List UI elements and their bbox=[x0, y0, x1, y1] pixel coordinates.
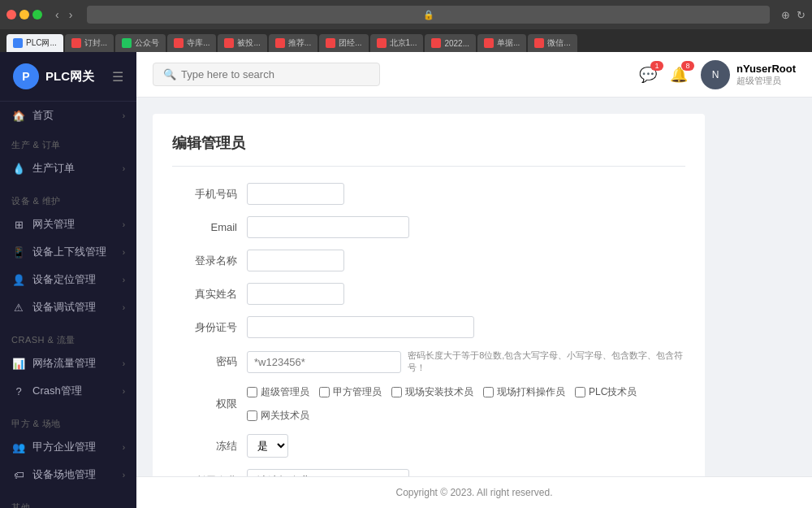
tab-favicon-11 bbox=[534, 38, 544, 48]
tab-11[interactable]: 微信... bbox=[528, 34, 577, 52]
minimize-window-button[interactable] bbox=[19, 10, 29, 20]
tab-7[interactable]: 团经... bbox=[319, 34, 368, 52]
production-icon: 💧 bbox=[11, 161, 26, 176]
login-name-label: 登录名称 bbox=[172, 254, 237, 268]
user-role: 超级管理员 bbox=[736, 75, 796, 87]
perm-installer[interactable]: 现场安装技术员 bbox=[391, 385, 473, 399]
search-input[interactable] bbox=[181, 68, 369, 80]
sidebar-item-device-debug[interactable]: ⚠ 设备调试管理 › bbox=[0, 293, 136, 321]
maximize-window-button[interactable] bbox=[32, 10, 42, 20]
sidebar-item-traffic[interactable]: 📊 网络流量管理 › bbox=[0, 350, 136, 377]
forward-button[interactable]: › bbox=[66, 7, 76, 23]
permissions-label: 权限 bbox=[172, 397, 237, 411]
form-row-login: 登录名称 bbox=[172, 250, 685, 271]
topbar: 🔍 💬 1 🔔 8 N nYuserRoot bbox=[136, 52, 812, 98]
user-details: nYuserRoot 超级管理员 bbox=[736, 63, 796, 87]
notification-button[interactable]: 🔔 8 bbox=[670, 66, 688, 84]
perm-operator[interactable]: 现场打料操作员 bbox=[483, 385, 565, 399]
tab-label-4: 寺库... bbox=[187, 37, 209, 49]
topbar-icons: 💬 1 🔔 8 N nYuserRoot 超级管理员 bbox=[639, 60, 796, 89]
perm-super[interactable]: 超级管理员 bbox=[247, 385, 309, 399]
chevron-device-location: › bbox=[123, 276, 125, 284]
sidebar: P PLC网关 ☰ 🏠 首页 › 生产 & 订单 💧 生产订单 › 设备 & 维… bbox=[0, 52, 136, 508]
section-title-other: 其他 bbox=[0, 498, 136, 508]
tab-4[interactable]: 寺库... bbox=[167, 34, 216, 52]
perm-network-checkbox[interactable] bbox=[247, 410, 257, 421]
perm-network[interactable]: 网关技术员 bbox=[247, 409, 309, 423]
permissions-checkboxes: 超级管理员 甲方管理员 现场安装技术员 现场打料操作员 bbox=[247, 385, 685, 423]
tab-3[interactable]: 公众号 bbox=[115, 34, 166, 52]
sidebar-item-company[interactable]: 👥 甲方企业管理 › bbox=[0, 433, 136, 461]
perm-installer-checkbox[interactable] bbox=[391, 387, 402, 397]
refresh-icon[interactable]: ↻ bbox=[797, 9, 806, 21]
email-input[interactable] bbox=[247, 216, 409, 238]
message-button[interactable]: 💬 1 bbox=[639, 66, 657, 84]
email-label: Email bbox=[172, 221, 237, 233]
sidebar-label-home: 首页 bbox=[32, 108, 54, 123]
section-equipment: 设备 & 维护 ⊞ 网关管理 › 📱 设备上下线管理 › 👤 设备定位管理 › … bbox=[0, 185, 136, 324]
perm-client-checkbox[interactable] bbox=[319, 387, 330, 397]
sidebar-item-production[interactable]: 💧 生产订单 › bbox=[0, 154, 136, 182]
app-container: P PLC网关 ☰ 🏠 首页 › 生产 & 订单 💧 生产订单 › 设备 & 维… bbox=[0, 52, 812, 508]
sidebar-item-venue[interactable]: 🏷 设备场地管理 › bbox=[0, 461, 136, 488]
phone-input[interactable] bbox=[247, 183, 344, 205]
tab-8[interactable]: 北京1... bbox=[370, 34, 424, 52]
tab-favicon-3 bbox=[122, 38, 132, 48]
sidebar-label-company: 甲方企业管理 bbox=[32, 440, 96, 454]
sidebar-item-crash[interactable]: ? Crash管理 › bbox=[0, 377, 136, 405]
chevron-venue: › bbox=[123, 471, 125, 480]
password-input[interactable] bbox=[247, 351, 401, 373]
search-box[interactable]: 🔍 bbox=[153, 63, 380, 86]
hamburger-icon[interactable]: ☰ bbox=[112, 69, 123, 85]
perm-super-checkbox[interactable] bbox=[247, 387, 257, 397]
chevron-home: › bbox=[123, 111, 125, 120]
tab-label-10: 单据... bbox=[497, 37, 520, 49]
perm-plc-checkbox[interactable] bbox=[575, 387, 585, 397]
tab-2[interactable]: 订封... bbox=[65, 34, 114, 52]
perm-installer-label: 现场安装技术员 bbox=[405, 385, 473, 399]
tab-6[interactable]: 推荐... bbox=[269, 34, 317, 52]
user-info[interactable]: N nYuserRoot 超级管理员 bbox=[701, 60, 796, 89]
perm-client-label: 甲方管理员 bbox=[333, 385, 382, 399]
form-row-idcard: 身份证号 bbox=[172, 316, 685, 338]
frozen-select[interactable]: 是 否 bbox=[247, 434, 288, 458]
tab-9[interactable]: 2022... bbox=[425, 34, 476, 52]
password-label: 密码 bbox=[172, 354, 237, 369]
extensions-icon[interactable]: ⊕ bbox=[781, 9, 790, 21]
sidebar-label-device-debug: 设备调试管理 bbox=[32, 300, 96, 315]
company-select[interactable]: 请选择企业 国家开发银行 北京十五中 北京六十六中 bbox=[247, 469, 409, 476]
sidebar-item-home[interactable]: 🏠 首页 › bbox=[0, 102, 136, 129]
perm-operator-label: 现场打料操作员 bbox=[497, 385, 565, 399]
perm-super-label: 超级管理员 bbox=[261, 385, 309, 399]
section-crash: CRASH & 流量 📊 网络流量管理 › ? Crash管理 › bbox=[0, 324, 136, 408]
tab-favicon-4 bbox=[174, 38, 184, 48]
form-row-password: 密码 密码长度大于等于8位数,包含大写字母、小写字母、包含数字、包含符号！ bbox=[172, 350, 685, 374]
tab-favicon-9 bbox=[431, 38, 441, 48]
back-button[interactable]: ‹ bbox=[52, 7, 63, 23]
tab-5[interactable]: 被投... bbox=[218, 34, 266, 52]
sidebar-item-gateway[interactable]: ⊞ 网关管理 › bbox=[0, 211, 136, 238]
company-icon: 👥 bbox=[11, 440, 26, 454]
tab-label-2: 订封... bbox=[84, 37, 107, 49]
chevron-traffic: › bbox=[123, 359, 125, 368]
notification-badge: 8 bbox=[681, 61, 694, 71]
perm-client[interactable]: 甲方管理员 bbox=[319, 385, 382, 399]
tab-10[interactable]: 单据... bbox=[477, 34, 526, 52]
tab-favicon-5 bbox=[224, 38, 234, 48]
real-name-input[interactable] bbox=[247, 283, 344, 305]
sidebar-item-device-location[interactable]: 👤 设备定位管理 › bbox=[0, 266, 136, 293]
chevron-company: › bbox=[123, 443, 125, 452]
sidebar-label-traffic: 网络流量管理 bbox=[32, 356, 96, 371]
tab-plc[interactable]: PLC网... bbox=[6, 34, 63, 52]
perm-operator-checkbox[interactable] bbox=[483, 387, 494, 397]
login-name-input[interactable] bbox=[247, 250, 344, 271]
close-window-button[interactable] bbox=[6, 10, 16, 20]
form-row-frozen: 冻结 是 否 bbox=[172, 434, 685, 458]
window-controls bbox=[6, 10, 42, 20]
sidebar-item-device-online[interactable]: 📱 设备上下线管理 › bbox=[0, 238, 136, 266]
address-bar[interactable]: 🔒 bbox=[87, 6, 770, 24]
phone-label: 手机号码 bbox=[172, 187, 237, 202]
perm-plc[interactable]: PLC技术员 bbox=[575, 385, 637, 399]
id-card-input[interactable] bbox=[247, 316, 474, 338]
tab-favicon-plc bbox=[13, 38, 23, 48]
